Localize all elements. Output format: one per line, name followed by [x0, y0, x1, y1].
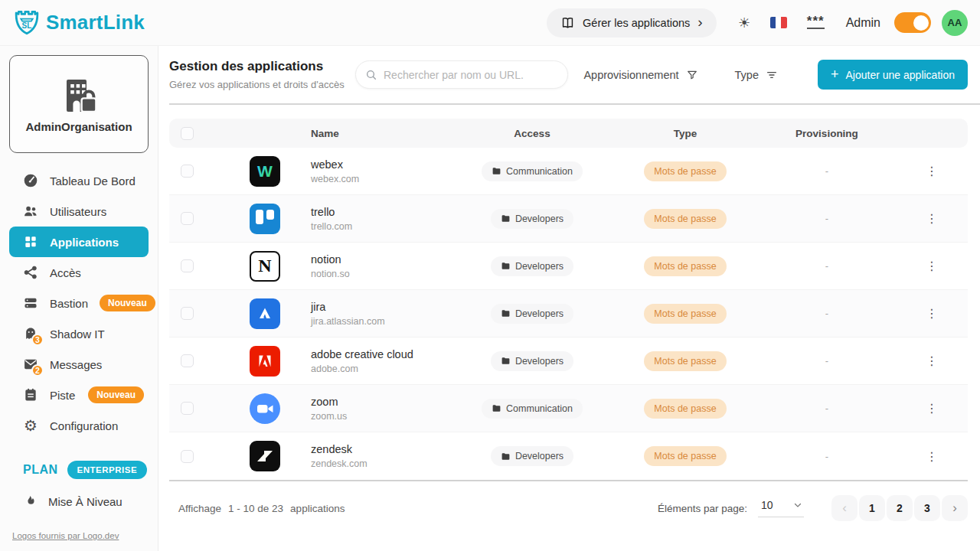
- folder-icon: [501, 214, 511, 223]
- sidebar-item-label: Applications: [50, 236, 119, 249]
- chevron-down-icon: [793, 500, 802, 510]
- access-group-pill[interactable]: Developers: [491, 446, 573, 466]
- row-checkbox[interactable]: [181, 307, 194, 320]
- column-header-access: Access: [452, 128, 612, 139]
- table-row[interactable]: zoom zoom.us Communication Mots de passe…: [169, 385, 968, 432]
- sidebar-item-applications[interactable]: Applications: [9, 227, 149, 257]
- plan-row: PLAN ENTERPRISE: [23, 461, 158, 479]
- prev-page-button[interactable]: ‹: [831, 495, 858, 521]
- provisioning-value: -: [758, 260, 896, 272]
- app-url: notion.so: [311, 269, 452, 279]
- row-menu-kebab-icon[interactable]: ⋮: [896, 449, 968, 464]
- page-button-3[interactable]: 3: [914, 495, 940, 521]
- row-menu-kebab-icon[interactable]: ⋮: [896, 164, 968, 178]
- audit-log-icon: [23, 387, 38, 403]
- logos-credit-link[interactable]: Logos fournis par Logo.dev: [12, 531, 119, 540]
- table-row[interactable]: N notion notion.so Developers Mots de pa…: [169, 243, 968, 290]
- app-name: zoom: [311, 396, 452, 408]
- app-name: zendesk: [311, 443, 452, 455]
- sidebar-item-messages[interactable]: 2 Messages: [9, 349, 149, 380]
- access-group-label: Developers: [515, 308, 564, 319]
- organisation-card[interactable]: AdminOrganisation: [9, 55, 149, 153]
- search-input[interactable]: [384, 69, 558, 81]
- app-name: webex: [311, 158, 452, 171]
- brand-logo[interactable]: SL SmartLink: [12, 8, 145, 38]
- upgrade-button[interactable]: Mise À Niveau: [23, 494, 158, 508]
- table-row[interactable]: W webex webex.com Communication Mots de …: [169, 148, 968, 195]
- provisioning-filter[interactable]: Approvisionnement: [583, 69, 697, 81]
- table-row[interactable]: trello trello.com Developers Mots de pas…: [169, 195, 968, 243]
- table-footer: Affichage 1 - 10 de 23 applications Élém…: [169, 481, 968, 535]
- notion-logo: N: [250, 251, 280, 282]
- funnel-icon: [686, 69, 698, 81]
- page-subtitle: Gérez vos applications et droits d'accès: [169, 79, 355, 90]
- access-group-pill[interactable]: Developers: [491, 256, 573, 276]
- app-name: jira: [311, 301, 452, 313]
- app-url: zendesk.com: [311, 458, 452, 469]
- table-row[interactable]: zendesk zendesk.com Developers Mots de p…: [169, 432, 968, 480]
- row-menu-kebab-icon[interactable]: ⋮: [896, 211, 968, 226]
- svg-text:W: W: [257, 162, 273, 180]
- sidebar-item-audit-trail[interactable]: Piste D'au Nouveau: [9, 380, 149, 410]
- plan-enterprise-badge: ENTERPRISE: [67, 461, 148, 479]
- app-url: trello.com: [311, 221, 452, 232]
- french-flag-icon[interactable]: [770, 17, 787, 28]
- sidebar-item-users[interactable]: Utilisateurs: [9, 196, 149, 227]
- row-menu-kebab-icon[interactable]: ⋮: [896, 306, 968, 321]
- admin-mode-toggle[interactable]: [894, 12, 931, 33]
- password-asterisks-icon[interactable]: ***: [807, 16, 825, 29]
- row-checkbox[interactable]: [181, 402, 194, 415]
- provisioning-value: -: [758, 451, 896, 462]
- next-page-button[interactable]: ›: [942, 495, 968, 521]
- page-button-2[interactable]: 2: [887, 495, 913, 521]
- manage-applications-button[interactable]: Gérer les applications ›: [547, 8, 717, 37]
- row-checkbox[interactable]: [181, 165, 194, 178]
- dashboard-icon: [23, 173, 38, 188]
- row-checkbox[interactable]: [181, 259, 194, 272]
- column-header-name: Name: [311, 128, 452, 139]
- sidebar-item-dashboard[interactable]: Tableau De Bord: [9, 165, 149, 196]
- search-box[interactable]: [355, 60, 568, 89]
- sidebar-item-bastion[interactable]: Bastion Nouveau: [9, 288, 149, 318]
- table-body: W webex webex.com Communication Mots de …: [169, 148, 968, 481]
- table-row[interactable]: jira jira.atlassian.com Developers Mots …: [169, 290, 968, 337]
- sidebar-item-access[interactable]: Accès: [9, 257, 149, 288]
- row-checkbox[interactable]: [181, 212, 194, 225]
- avatar[interactable]: AA: [942, 10, 968, 36]
- access-group-pill[interactable]: Communication: [482, 161, 583, 181]
- sidebar-item-configuration[interactable]: ⚙ Configuration: [9, 410, 149, 441]
- column-header-provisioning: Provisioning: [758, 128, 896, 139]
- plan-label: PLAN: [23, 463, 58, 477]
- trello-logo: [250, 204, 280, 234]
- access-group-pill[interactable]: Communication: [482, 399, 583, 419]
- nouveau-badge: Nouveau: [88, 386, 144, 403]
- access-group-pill[interactable]: Developers: [491, 209, 573, 229]
- row-menu-kebab-icon[interactable]: ⋮: [896, 354, 968, 368]
- search-icon: [365, 69, 377, 81]
- app-url: webex.com: [311, 174, 452, 184]
- access-group-pill[interactable]: Developers: [491, 351, 573, 371]
- app-name: notion: [311, 253, 452, 266]
- app-name: trello: [311, 206, 452, 218]
- add-application-label: Ajouter une application: [846, 69, 955, 81]
- row-menu-kebab-icon[interactable]: ⋮: [896, 259, 968, 273]
- select-all-checkbox[interactable]: [181, 127, 194, 140]
- add-application-button[interactable]: + Ajouter une application: [818, 60, 968, 90]
- sidebar: AdminOrganisation Tableau De Bord Utilis…: [0, 46, 158, 551]
- type-filter[interactable]: Type: [735, 69, 778, 81]
- share-icon: [23, 265, 38, 280]
- row-checkbox[interactable]: [181, 354, 194, 367]
- table-row[interactable]: adobe creative cloud adobe.com Developer…: [169, 337, 968, 385]
- sidebar-item-shadow-it[interactable]: 3 Shadow IT: [9, 318, 149, 349]
- row-checkbox[interactable]: [181, 450, 194, 463]
- pagination: ‹ 1 2 3 ›: [831, 495, 968, 521]
- theme-sun-icon[interactable]: ☀: [738, 15, 750, 31]
- per-page-select[interactable]: 10: [758, 499, 804, 517]
- server-icon: [23, 295, 38, 311]
- applications-table: Name Access Type Provisioning W: [169, 119, 968, 481]
- access-group-pill[interactable]: Developers: [491, 304, 573, 324]
- column-header-type: Type: [612, 128, 758, 139]
- row-menu-kebab-icon[interactable]: ⋮: [896, 401, 968, 416]
- provisioning-value: -: [758, 355, 896, 367]
- page-button-1[interactable]: 1: [859, 495, 885, 521]
